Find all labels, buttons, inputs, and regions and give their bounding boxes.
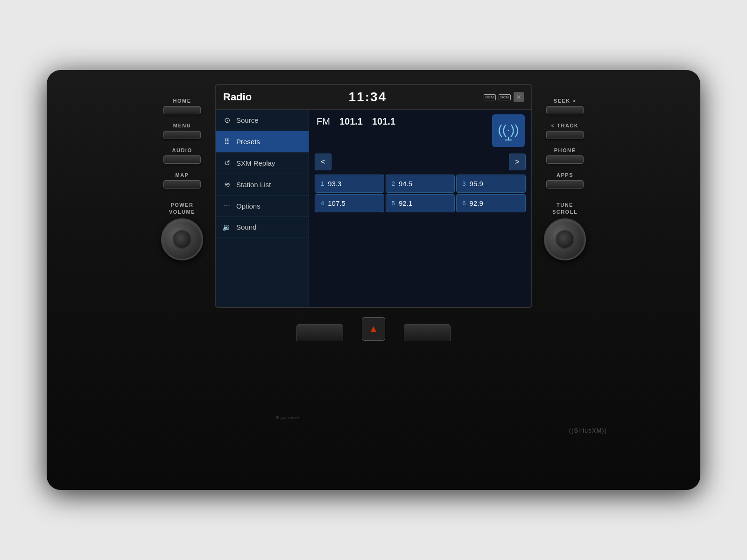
preset-2-num: 2 xyxy=(392,180,395,187)
menu-item-source[interactable]: ⊙ Source xyxy=(216,110,309,131)
audio-label: AUDIO xyxy=(172,147,192,153)
infotainment-screen: Radio 11:34 DCM DCM ✕ ⊙ Source ⠿ xyxy=(215,84,532,308)
knob-inner xyxy=(173,230,191,249)
menu-item-station-list[interactable]: ≋ Station List xyxy=(216,174,309,196)
home-button-group[interactable]: HOME xyxy=(161,98,203,114)
dcm2-badge: DCM xyxy=(499,94,511,100)
menu-label: MENU xyxy=(173,123,191,128)
audio-button-group[interactable]: AUDIO xyxy=(161,147,203,164)
seek-group[interactable]: SEEK > xyxy=(544,98,586,114)
right-buttons: SEEK > < TRACK PHONE APPS TUNESCROLL xyxy=(544,98,586,260)
power-volume-knob[interactable] xyxy=(161,218,203,260)
source-icon: ⊙ xyxy=(222,116,232,125)
sound-label: Sound xyxy=(236,223,256,231)
fm-freq1: 101.1 xyxy=(339,116,363,127)
apps-button[interactable] xyxy=(546,180,584,189)
menu-button[interactable] xyxy=(163,131,201,139)
bottom-center-controls: ▲ xyxy=(296,317,451,341)
preset-4-num: 4 xyxy=(321,200,324,207)
preset-5-num: 5 xyxy=(392,200,395,207)
menu-item-sound[interactable]: 🔉 Sound xyxy=(216,217,309,238)
fm-info: FM 101.1 101.1 xyxy=(309,110,403,131)
map-button[interactable] xyxy=(163,180,201,189)
hazard-button[interactable]: ▲ xyxy=(362,317,385,341)
tune-knob-inner xyxy=(556,230,574,249)
screen-header: Radio 11:34 DCM DCM ✕ xyxy=(216,85,531,110)
preset-2-freq: 94.5 xyxy=(399,180,412,188)
home-label: HOME xyxy=(173,98,191,104)
bottom-tab-left[interactable] xyxy=(296,324,343,341)
preset-6-freq: 92.9 xyxy=(470,199,483,207)
right-content: FM 101.1 101.1 ((·)) xyxy=(309,110,531,307)
phone-group[interactable]: PHONE xyxy=(544,147,586,164)
fm-freq2: 101.1 xyxy=(372,116,395,127)
screen-title: Radio xyxy=(223,91,252,103)
tune-scroll-knob[interactable] xyxy=(544,218,586,260)
map-label: MAP xyxy=(176,172,189,178)
preset-1[interactable]: 1 93.3 xyxy=(315,175,384,193)
audio-button[interactable] xyxy=(163,155,201,164)
station-list-icon: ≋ xyxy=(222,180,232,189)
preset-3-freq: 95.9 xyxy=(470,180,483,188)
left-menu: ⊙ Source ⠿ Presets ↺ SXM Replay ≋ Statio… xyxy=(216,110,309,307)
preset-6[interactable]: 6 92.9 xyxy=(456,194,526,212)
preset-3-num: 3 xyxy=(462,180,465,187)
apps-label: APPS xyxy=(557,172,573,178)
phone-label: PHONE xyxy=(554,147,576,153)
station-list-label: Station List xyxy=(236,181,271,189)
gracenote-label: gracenote xyxy=(281,415,299,420)
options-icon: ··· xyxy=(222,202,232,210)
map-button-group[interactable]: MAP xyxy=(161,172,203,189)
tune-scroll-label: TUNESCROLL xyxy=(552,202,578,216)
menu-item-options[interactable]: ··· Options xyxy=(216,196,309,217)
next-page-button[interactable]: > xyxy=(509,154,526,170)
preset-grid: 1 93.3 2 94.5 3 95.9 4 1 xyxy=(309,173,531,214)
car-panel: HOME MENU AUDIO MAP POWERVOLUME xyxy=(47,70,700,490)
gracenote-branding: ⚙ gracenote xyxy=(275,415,299,420)
bottom-tab-right[interactable] xyxy=(404,324,451,341)
menu-item-sxm-replay[interactable]: ↺ SXM Replay xyxy=(216,153,309,174)
signal-off-icon: ✕ xyxy=(514,92,524,102)
preset-1-num: 1 xyxy=(321,180,324,187)
preset-2[interactable]: 2 94.5 xyxy=(386,175,455,193)
presets-icon: ⠿ xyxy=(222,137,232,146)
menu-button-group[interactable]: MENU xyxy=(161,123,203,139)
bottom-area: ▲ xyxy=(65,317,682,341)
apps-group[interactable]: APPS xyxy=(544,172,586,189)
options-label: Options xyxy=(236,202,261,210)
tune-scroll-group: TUNESCROLL xyxy=(544,202,586,260)
preset-5-freq: 92.1 xyxy=(399,199,412,207)
track-button[interactable] xyxy=(546,131,584,139)
phone-button[interactable] xyxy=(546,155,584,164)
fm-band: FM xyxy=(317,116,330,127)
menu-item-presets[interactable]: ⠿ Presets xyxy=(216,131,309,153)
seek-label: SEEK > xyxy=(554,98,576,104)
power-volume-group: POWERVOLUME xyxy=(161,202,203,260)
power-volume-label: POWERVOLUME xyxy=(169,202,195,216)
prev-page-button[interactable]: < xyxy=(315,154,331,170)
svg-text:((·)): ((·)) xyxy=(498,122,519,137)
track-label: < TRACK xyxy=(551,123,578,128)
screen-area: HOME MENU AUDIO MAP POWERVOLUME xyxy=(65,84,682,308)
source-label: Source xyxy=(236,116,259,124)
preset-6-num: 6 xyxy=(462,200,465,207)
preset-4-freq: 107.5 xyxy=(328,199,345,207)
status-icons: DCM DCM ✕ xyxy=(484,92,524,102)
presets-label: Presets xyxy=(236,138,260,146)
left-buttons: HOME MENU AUDIO MAP POWERVOLUME xyxy=(161,98,203,260)
presets-navigation: < > xyxy=(309,151,531,173)
sxm-replay-icon: ↺ xyxy=(222,159,232,168)
sxm-replay-label: SXM Replay xyxy=(236,159,275,167)
sirius-xm-branding: ((SiriusXM)) xyxy=(569,427,607,434)
preset-4[interactable]: 4 107.5 xyxy=(315,194,384,212)
track-group[interactable]: < TRACK xyxy=(544,123,586,139)
preset-3[interactable]: 3 95.9 xyxy=(456,175,526,193)
preset-5[interactable]: 5 92.1 xyxy=(386,194,455,212)
signal-strength-icon: ((·)) xyxy=(492,114,525,147)
dcm1-badge: DCM xyxy=(484,94,496,100)
home-button[interactable] xyxy=(163,106,201,114)
screen-body: ⊙ Source ⠿ Presets ↺ SXM Replay ≋ Statio… xyxy=(216,110,531,307)
sound-icon: 🔉 xyxy=(222,223,232,231)
screen-clock: 11:34 xyxy=(349,90,387,105)
seek-button[interactable] xyxy=(546,106,584,114)
